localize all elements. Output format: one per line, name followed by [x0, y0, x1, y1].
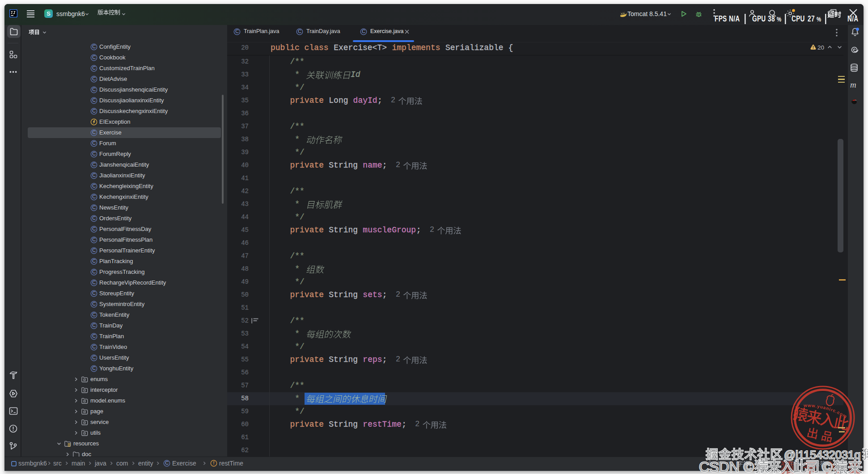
svg-text:GPU: GPU: [752, 14, 766, 23]
svg-text:C: C: [92, 226, 96, 231]
svg-text:C: C: [92, 312, 96, 317]
svg-text:C: C: [92, 333, 96, 339]
svg-text:C: C: [92, 323, 96, 328]
svg-text:C: C: [92, 65, 96, 71]
svg-text:C: C: [92, 258, 96, 264]
svg-text:C: C: [92, 44, 96, 49]
svg-text:C: C: [92, 97, 96, 103]
svg-text:%: %: [777, 16, 781, 23]
svg-text:C: C: [92, 76, 96, 81]
svg-text:27: 27: [808, 14, 815, 23]
svg-text:f: f: [213, 460, 215, 466]
svg-text:38: 38: [768, 14, 775, 23]
svg-text:C: C: [92, 172, 96, 178]
svg-text:C: C: [298, 29, 301, 34]
svg-text:N/A: N/A: [729, 14, 740, 23]
svg-text:C: C: [92, 108, 96, 113]
svg-text:C: C: [235, 29, 239, 34]
svg-text:C: C: [92, 162, 96, 167]
svg-text:FPS: FPS: [715, 14, 727, 23]
svg-text:CPU: CPU: [792, 14, 805, 23]
svg-text:C: C: [92, 237, 96, 242]
svg-text:C: C: [92, 269, 96, 274]
svg-text:C: C: [92, 290, 96, 296]
svg-text:C: C: [92, 205, 96, 210]
svg-text:C: C: [92, 183, 96, 189]
svg-text:C: C: [92, 247, 96, 253]
svg-text:%: %: [817, 16, 821, 23]
svg-text:C: C: [92, 301, 96, 306]
svg-text:C: C: [92, 87, 96, 92]
svg-text:C: C: [92, 140, 96, 146]
svg-text:C: C: [362, 29, 365, 34]
svg-text:C: C: [92, 215, 96, 221]
svg-text:N/A: N/A: [847, 14, 858, 23]
svg-text:C: C: [92, 194, 96, 199]
svg-text:C: C: [92, 130, 96, 135]
svg-text:C: C: [92, 344, 96, 349]
svg-text:C: C: [92, 55, 96, 60]
svg-text:C: C: [165, 460, 169, 466]
svg-text:C: C: [92, 151, 96, 156]
svg-text:C: C: [92, 280, 96, 285]
svg-text:C: C: [92, 355, 96, 360]
svg-text:C: C: [92, 365, 96, 371]
